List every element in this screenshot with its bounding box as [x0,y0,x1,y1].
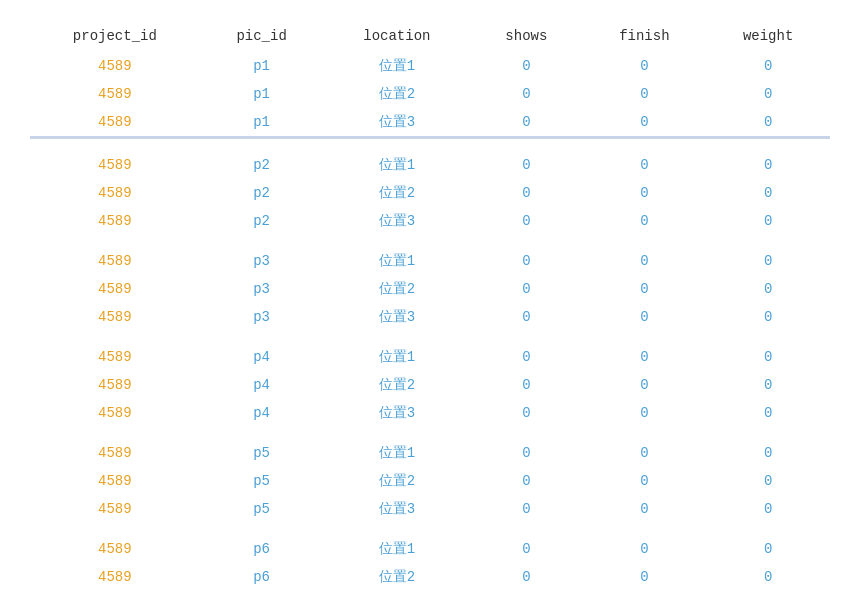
cell-weight: 0 [706,591,830,597]
col-header-pic-id: pic_id [200,20,324,52]
cell-weight: 0 [706,371,830,399]
cell-project-id: 4589 [30,207,200,235]
cell-pic-id: p4 [200,371,324,399]
cell-location: 位置2 [323,467,470,495]
col-header-finish: finish [582,20,706,52]
cell-shows: 0 [470,179,582,207]
cell-location: 位置3 [323,591,470,597]
cell-shows: 0 [470,52,582,80]
cell-finish: 0 [582,535,706,563]
table-row: 4589p5位置3000 [30,495,830,523]
cell-finish: 0 [582,151,706,179]
cell-shows: 0 [470,80,582,108]
cell-pic-id: p2 [200,179,324,207]
cell-project-id: 4589 [30,399,200,427]
cell-shows: 0 [470,343,582,371]
cell-pic-id: p1 [200,108,324,136]
cell-finish: 0 [582,495,706,523]
table-row: 4589p2位置2000 [30,179,830,207]
cell-location: 位置1 [323,52,470,80]
cell-project-id: 4589 [30,80,200,108]
table-row: 4589p6位置1000 [30,535,830,563]
cell-pic-id: p5 [200,467,324,495]
table-row: 4589p2位置1000 [30,151,830,179]
cell-project-id: 4589 [30,151,200,179]
cell-shows: 0 [470,275,582,303]
cell-location: 位置2 [323,371,470,399]
spacer-row [30,235,830,247]
cell-project-id: 4589 [30,52,200,80]
spacer-row [30,139,830,151]
cell-project-id: 4589 [30,275,200,303]
table-row: 4589p4位置2000 [30,371,830,399]
cell-pic-id: p5 [200,439,324,467]
cell-shows: 0 [470,108,582,136]
cell-project-id: 4589 [30,591,200,597]
cell-weight: 0 [706,399,830,427]
cell-location: 位置1 [323,151,470,179]
cell-location: 位置1 [323,343,470,371]
cell-finish: 0 [582,247,706,275]
cell-location: 位置3 [323,495,470,523]
cell-weight: 0 [706,179,830,207]
cell-weight: 0 [706,52,830,80]
cell-shows: 0 [470,207,582,235]
cell-shows: 0 [470,467,582,495]
cell-shows: 0 [470,151,582,179]
cell-location: 位置3 [323,108,470,136]
data-table: project_id pic_id location shows finish … [30,20,830,597]
table-row: 4589p1位置1000 [30,52,830,80]
table-row: 4589p6位置2000 [30,563,830,591]
cell-finish: 0 [582,52,706,80]
cell-location: 位置2 [323,563,470,591]
cell-shows: 0 [470,535,582,563]
col-header-weight: weight [706,20,830,52]
cell-weight: 0 [706,563,830,591]
cell-location: 位置3 [323,399,470,427]
cell-weight: 0 [706,343,830,371]
cell-location: 位置2 [323,179,470,207]
cell-shows: 0 [470,495,582,523]
cell-location: 位置1 [323,247,470,275]
cell-project-id: 4589 [30,343,200,371]
cell-pic-id: p3 [200,275,324,303]
table-row: 4589p6位置3000 [30,591,830,597]
cell-pic-id: p6 [200,563,324,591]
col-header-shows: shows [470,20,582,52]
cell-shows: 0 [470,563,582,591]
table-row: 4589p1位置2000 [30,80,830,108]
cell-location: 位置1 [323,439,470,467]
cell-weight: 0 [706,247,830,275]
table-container: project_id pic_id location shows finish … [0,0,860,597]
cell-pic-id: p2 [200,151,324,179]
cell-weight: 0 [706,108,830,136]
cell-finish: 0 [582,108,706,136]
table-row: 4589p2位置3000 [30,207,830,235]
cell-weight: 0 [706,151,830,179]
spacer-row [30,427,830,439]
cell-finish: 0 [582,399,706,427]
header-row: project_id pic_id location shows finish … [30,20,830,52]
cell-location: 位置2 [323,275,470,303]
spacer-row [30,331,830,343]
cell-finish: 0 [582,303,706,331]
cell-shows: 0 [470,247,582,275]
cell-pic-id: p6 [200,591,324,597]
cell-pic-id: p3 [200,303,324,331]
table-row: 4589p1位置3000 [30,108,830,136]
cell-pic-id: p4 [200,343,324,371]
cell-location: 位置3 [323,207,470,235]
cell-shows: 0 [470,399,582,427]
spacer-row [30,523,830,535]
cell-weight: 0 [706,275,830,303]
cell-finish: 0 [582,207,706,235]
cell-pic-id: p5 [200,495,324,523]
cell-location: 位置1 [323,535,470,563]
cell-finish: 0 [582,80,706,108]
cell-project-id: 4589 [30,439,200,467]
cell-project-id: 4589 [30,108,200,136]
table-row: 4589p4位置3000 [30,399,830,427]
col-header-location: location [323,20,470,52]
cell-weight: 0 [706,207,830,235]
cell-pic-id: p1 [200,80,324,108]
